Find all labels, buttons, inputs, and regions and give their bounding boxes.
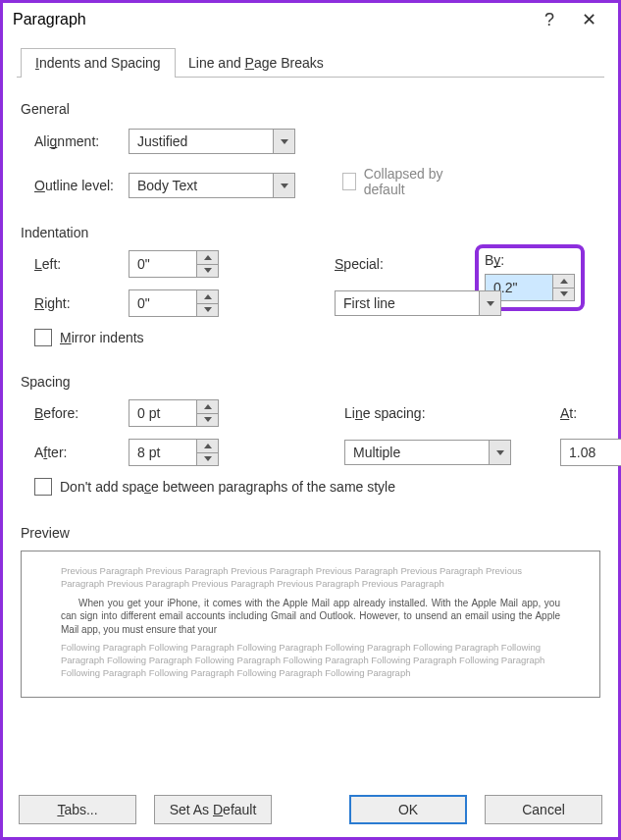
- chevron-down-icon: [204, 417, 212, 422]
- button-label: Tabs...: [57, 802, 97, 817]
- button-label: OK: [398, 802, 418, 817]
- dropdown-button[interactable]: [489, 441, 510, 464]
- alignment-combo[interactable]: Justified: [129, 129, 295, 154]
- at-spinner[interactable]: 1.08: [560, 439, 621, 466]
- chevron-down-icon: [204, 456, 212, 461]
- dropdown-button[interactable]: [273, 130, 294, 153]
- line-spacing-value: Multiple: [345, 445, 489, 460]
- chevron-down-icon: [281, 139, 288, 144]
- close-button[interactable]: ✕: [569, 9, 608, 30]
- right-label: Right:: [21, 295, 129, 311]
- left-label: Left:: [21, 256, 129, 272]
- chevron-up-icon: [560, 279, 568, 284]
- outline-combo[interactable]: Body Text: [129, 173, 295, 198]
- tab-indents-spacing[interactable]: Indents and Spacing: [21, 48, 176, 78]
- ok-button[interactable]: OK: [349, 795, 467, 824]
- chevron-down-icon: [204, 307, 212, 312]
- left-spinner[interactable]: 0": [129, 250, 219, 278]
- line-spacing-label: Line spacing:: [344, 405, 511, 421]
- mirror-checkbox[interactable]: [34, 329, 52, 346]
- special-combo[interactable]: First line: [335, 290, 501, 316]
- dropdown-button[interactable]: [273, 174, 294, 197]
- preview-next: Following Paragraph Following Paragraph …: [61, 642, 560, 679]
- help-button[interactable]: ?: [530, 10, 569, 30]
- after-value: 8 pt: [129, 440, 196, 465]
- after-label: After:: [21, 445, 129, 460]
- section-spacing: Spacing: [21, 374, 71, 390]
- at-label: At:: [560, 405, 621, 421]
- right-value: 0": [129, 290, 196, 316]
- titlebar: Paragraph ? ✕: [3, 3, 618, 40]
- button-bar: Tabs... Set As Default OK Cancel: [3, 782, 618, 837]
- section-indentation: Indentation: [21, 225, 88, 240]
- spinner-up[interactable]: [197, 290, 218, 304]
- chevron-down-icon: [487, 301, 494, 306]
- chevron-up-icon: [204, 294, 212, 299]
- before-value: 0 pt: [129, 400, 196, 426]
- spinner-down[interactable]: [197, 265, 218, 278]
- before-spinner[interactable]: 0 pt: [129, 399, 219, 427]
- spinner-up[interactable]: [197, 400, 218, 414]
- chevron-down-icon: [281, 184, 288, 188]
- cancel-button[interactable]: Cancel: [485, 795, 602, 824]
- spinner-up[interactable]: [197, 251, 218, 265]
- set-default-button[interactable]: Set As Default: [154, 795, 272, 824]
- chevron-up-icon: [204, 444, 212, 448]
- chevron-down-icon: [496, 450, 504, 455]
- alignment-label: Alignment:: [21, 133, 129, 149]
- button-label: Cancel: [522, 802, 565, 817]
- outline-value: Body Text: [129, 178, 273, 193]
- dropdown-button[interactable]: [479, 291, 500, 315]
- at-value: 1.08: [561, 440, 621, 465]
- dialog-body: General Alignment: Justified Outline lev…: [3, 78, 618, 706]
- chevron-down-icon: [560, 291, 568, 296]
- left-value: 0": [129, 251, 196, 277]
- tab-strip: Indents and Spacing Line and Page Breaks: [17, 48, 604, 78]
- chevron-up-icon: [204, 255, 212, 260]
- tab-line-page-breaks[interactable]: Line and Page Breaks: [174, 48, 338, 78]
- spinner-up[interactable]: [197, 440, 218, 453]
- collapsed-label: Collapsed by default: [364, 166, 454, 197]
- dialog-title: Paragraph: [13, 11, 530, 28]
- no-space-checkbox[interactable]: [34, 478, 52, 496]
- mirror-label: Mirror indents: [60, 330, 144, 345]
- special-value: First line: [336, 295, 479, 311]
- outline-label: Outline level:: [21, 178, 129, 193]
- line-spacing-combo[interactable]: Multiple: [344, 440, 511, 465]
- button-label: Set As Default: [170, 802, 257, 817]
- spinner-down[interactable]: [197, 414, 218, 427]
- preview-main: When you get your iPhone, it comes with …: [61, 597, 560, 637]
- section-preview: Preview: [21, 525, 70, 541]
- alignment-value: Justified: [129, 133, 273, 149]
- tab-label: Line and Page Breaks: [188, 55, 324, 71]
- before-label: Before:: [21, 405, 129, 421]
- spinner-up[interactable]: [553, 275, 574, 289]
- after-spinner[interactable]: 8 pt: [129, 439, 219, 466]
- preview-box: Previous Paragraph Previous Paragraph Pr…: [21, 551, 600, 698]
- no-space-label: Don't add space between paragraphs of th…: [60, 479, 395, 495]
- preview-prev: Previous Paragraph Previous Paragraph Pr…: [61, 565, 560, 591]
- chevron-up-icon: [204, 404, 212, 409]
- tab-label: Indents and Spacing: [35, 55, 161, 71]
- spinner-down[interactable]: [553, 289, 574, 301]
- by-label: By:: [485, 252, 575, 268]
- collapsed-checkbox: [342, 173, 356, 190]
- spinner-down[interactable]: [197, 304, 218, 317]
- chevron-down-icon: [204, 268, 212, 273]
- paragraph-dialog: Paragraph ? ✕ Indents and Spacing Line a…: [0, 0, 621, 840]
- section-general: General: [21, 101, 600, 117]
- right-spinner[interactable]: 0": [129, 289, 219, 317]
- spinner-down[interactable]: [197, 453, 218, 466]
- tabs-button[interactable]: Tabs...: [19, 795, 136, 824]
